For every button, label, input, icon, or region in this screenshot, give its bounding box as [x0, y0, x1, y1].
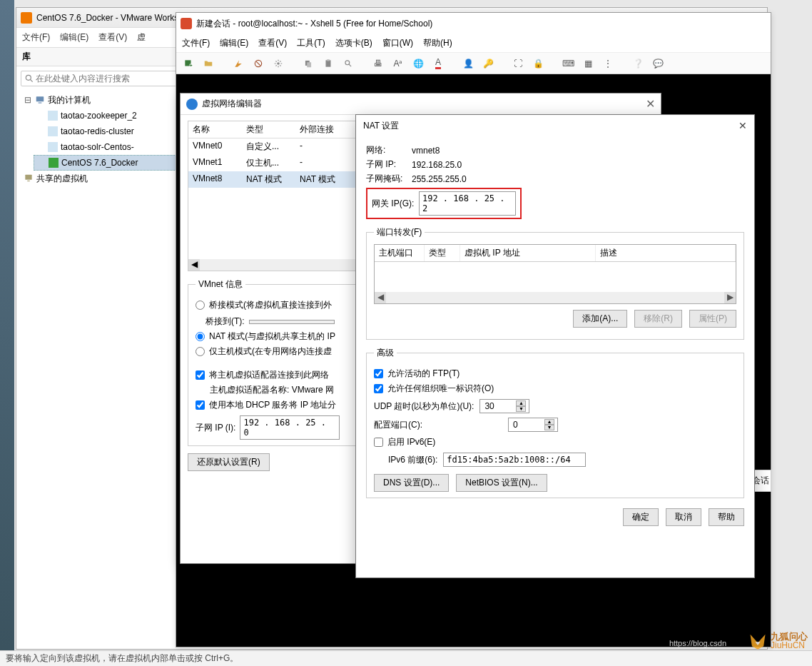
xs-menu-edit[interactable]: 编辑(E): [220, 37, 248, 49]
vmnet-info-legend: VMnet 信息: [196, 278, 245, 291]
user-icon[interactable]: 👤: [460, 56, 476, 71]
ok-button[interactable]: 确定: [623, 508, 659, 526]
col-host-port[interactable]: 主机端口: [375, 245, 425, 261]
gateway-ip-input[interactable]: 192 . 168 . 25 . 2: [419, 191, 516, 216]
menu-edit[interactable]: 编辑(E): [60, 31, 88, 44]
spinner-icon[interactable]: ▲▼: [544, 419, 554, 430]
cancel-button[interactable]: 取消: [666, 508, 701, 526]
ipv6-prefix-label: IPv6 前缀(6):: [388, 454, 437, 466]
close-icon[interactable]: ✕: [646, 97, 655, 111]
vne-titlebar[interactable]: 虚拟网络编辑器 ✕: [181, 94, 661, 115]
tree-shared-label: 共享的虚拟机: [36, 173, 88, 185]
open-icon[interactable]: [201, 56, 216, 71]
search-icon: [24, 74, 34, 84]
dns-settings-button[interactable]: DNS 设置(D)...: [374, 474, 449, 492]
udp-timeout-label: UDP 超时(以秒为单位)(U):: [374, 400, 474, 413]
svg-point-9: [277, 62, 280, 65]
spinner-icon[interactable]: ▲▼: [516, 400, 526, 412]
nat-title: NAT 设置: [363, 120, 399, 132]
close-icon[interactable]: ✕: [739, 120, 747, 131]
vm-icon: [48, 126, 58, 136]
layout-icon[interactable]: ▦: [580, 56, 596, 71]
key-icon[interactable]: 🔑: [480, 56, 496, 71]
col-vm-ip[interactable]: 虚拟机 IP 地址: [460, 245, 596, 261]
svg-rect-11: [307, 62, 311, 67]
xs-menu-help[interactable]: 帮助(H): [423, 37, 452, 49]
svg-line-15: [349, 64, 351, 66]
xshell-titlebar[interactable]: 新建会话 - root@localhost:~ - Xshell 5 (Free…: [176, 13, 771, 34]
svg-rect-2: [36, 96, 44, 101]
globe-icon[interactable]: 🌐: [410, 56, 426, 71]
col-desc[interactable]: 描述: [596, 245, 736, 261]
col-name[interactable]: 名称: [188, 121, 242, 138]
copy-icon[interactable]: [300, 56, 316, 71]
chk-any-org[interactable]: 允许任何组织唯一标识符(O): [374, 383, 736, 395]
svg-rect-3: [39, 103, 42, 104]
color-icon[interactable]: A: [430, 56, 446, 71]
menu-file[interactable]: 文件(F): [22, 31, 50, 44]
ipv6-prefix-input[interactable]: fd15:4ba5:5a2b:1008::/64: [443, 453, 586, 467]
more-icon[interactable]: ⋮: [600, 56, 616, 71]
svg-line-1: [30, 79, 32, 81]
netbios-settings-button[interactable]: NetBIOS 设置(N)...: [456, 474, 547, 492]
xs-menu-tool[interactable]: 工具(T): [297, 37, 325, 49]
nat-settings-window: NAT 设置 ✕ 网络:vmnet8 子网 IP:192.168.25.0 子网…: [355, 114, 755, 578]
new-session-icon[interactable]: [181, 56, 196, 71]
menu-vm[interactable]: 虚: [137, 31, 146, 44]
connect-icon[interactable]: [230, 56, 246, 71]
csdn-watermark: https://blog.csdn: [669, 639, 726, 647]
chat-icon[interactable]: 💬: [650, 56, 666, 71]
xs-menu-file[interactable]: 文件(F): [182, 37, 210, 49]
tree-root-label: 我的计算机: [48, 94, 91, 106]
chk-active-ftp[interactable]: 允许活动的 FTP(T): [374, 368, 736, 380]
vm-icon: [48, 111, 58, 121]
col-type[interactable]: 类型: [425, 245, 460, 261]
vm-icon: [48, 142, 58, 152]
tree-item-label: taotao-solr-Centos-: [61, 142, 134, 152]
udp-timeout-input[interactable]: ▲▼: [479, 399, 529, 413]
help-button[interactable]: 帮助: [709, 508, 744, 526]
lock-icon[interactable]: 🔒: [530, 56, 546, 71]
xs-menu-tab[interactable]: 选项卡(B): [335, 37, 372, 49]
mask-label: 子网掩码:: [366, 173, 412, 185]
print-icon[interactable]: 🖶: [370, 56, 386, 71]
vmware-icon: [21, 12, 32, 24]
vne-icon: [186, 99, 198, 110]
nat-titlebar[interactable]: NAT 设置 ✕: [356, 115, 754, 136]
tree-item-label: taotao-redis-cluster: [61, 126, 134, 136]
col-type[interactable]: 类型: [242, 121, 295, 138]
remove-button[interactable]: 移除(R): [634, 310, 682, 328]
paste-icon[interactable]: [320, 56, 336, 71]
svg-rect-5: [27, 181, 30, 181]
fullscreen-icon[interactable]: ⛶: [510, 56, 526, 71]
restore-defaults-button[interactable]: 还原默认设置(R): [188, 453, 270, 471]
help-icon[interactable]: ❔: [630, 56, 646, 71]
search-icon[interactable]: [340, 56, 356, 71]
advanced-group: 高级 允许活动的 FTP(T) 允许任何组织唯一标识符(O) UDP 超时(以秒…: [366, 347, 744, 498]
keyboard-icon[interactable]: ⌨: [560, 56, 576, 71]
fox-icon: [748, 630, 768, 650]
table-scrollbar[interactable]: ◀▶: [375, 292, 736, 303]
xs-menu-window[interactable]: 窗口(W): [382, 37, 413, 49]
svg-rect-13: [327, 59, 330, 61]
config-port-input[interactable]: ▲▼: [508, 418, 558, 432]
xshell-toolbar: 🖶 Aᵃ 🌐 A 👤 🔑 ⛶ 🔒 ⌨ ▦ ⋮ ❔ 💬: [176, 53, 771, 74]
chk-enable-ipv6[interactable]: 启用 IPv6(E): [374, 436, 736, 448]
subnet-ip-input[interactable]: 192 . 168 . 25 . 0: [240, 415, 340, 440]
network-label: 网络:: [366, 144, 412, 156]
mask-value: 255.255.255.0: [412, 174, 467, 184]
collapse-icon[interactable]: ⊟: [24, 95, 32, 105]
xs-menu-view[interactable]: 查看(V): [258, 37, 287, 49]
add-button[interactable]: 添加(A)...: [573, 310, 627, 328]
svg-point-0: [26, 75, 31, 80]
computer-icon: [35, 95, 45, 105]
gateway-row-highlighted: 网关 IP(G): 192 . 168 . 25 . 2: [366, 188, 522, 219]
menu-view[interactable]: 查看(V): [98, 31, 127, 44]
properties-button[interactable]: 属性(P): [689, 310, 736, 328]
port-forward-table[interactable]: 主机端口 类型 虚拟机 IP 地址 描述 ◀▶: [374, 244, 736, 304]
font-icon[interactable]: Aᵃ: [390, 56, 406, 71]
subnet-value: 192.168.25.0: [412, 160, 462, 170]
disconnect-icon[interactable]: [250, 56, 266, 71]
col-external[interactable]: 外部连接: [295, 121, 352, 138]
properties-icon[interactable]: [270, 56, 286, 71]
